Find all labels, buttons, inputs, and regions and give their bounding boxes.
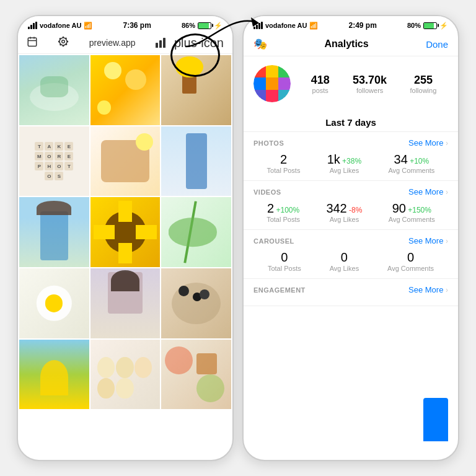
section-title-photos: PHOTOS bbox=[253, 139, 284, 147]
stat-change-videos-0: +100% bbox=[274, 206, 299, 214]
stat-following: 255 following bbox=[410, 74, 437, 94]
avatar-cell-8 bbox=[266, 90, 278, 102]
grid-cell-8[interactable] bbox=[90, 197, 161, 267]
grid-cell-5[interactable] bbox=[90, 126, 161, 196]
analytics-section-engagement: ENGAGEMENTSee More › bbox=[244, 279, 458, 306]
grid-cell-4[interactable]: T A K E M O R E P H O T bbox=[19, 126, 89, 196]
grid-cell-1[interactable] bbox=[19, 55, 89, 125]
followers-label: followers bbox=[353, 87, 387, 94]
right-carrier: vodafone AU 📶 bbox=[253, 22, 318, 30]
section-stat-videos-2: 90 +150%Avg Comments bbox=[389, 201, 435, 223]
period-label: Last 7 days bbox=[244, 111, 458, 132]
battery-fill-left bbox=[198, 23, 209, 29]
svg-rect-0 bbox=[28, 38, 37, 46]
battery-percent-left: 86% bbox=[182, 22, 195, 29]
grid-cell-12[interactable] bbox=[161, 268, 231, 338]
battery-icon-right bbox=[423, 22, 437, 29]
analytics-section-carousel: CAROUSELSee More ›0Total Posts0Avg Likes… bbox=[244, 230, 458, 279]
left-carrier: vodafone AU 📶 bbox=[28, 22, 92, 30]
gear-icon[interactable] bbox=[58, 36, 69, 50]
section-header-photos: PHOTOSSee More › bbox=[253, 138, 448, 148]
stat-val-carousel-0: 0 bbox=[268, 250, 301, 265]
calendar-icon[interactable] bbox=[27, 36, 38, 50]
blue-bar-chart bbox=[423, 398, 448, 441]
right-battery-percent: 80% bbox=[407, 22, 421, 29]
stat-lbl-carousel-0: Total Posts bbox=[268, 265, 301, 272]
mask-icon[interactable]: 🎭 bbox=[253, 37, 267, 51]
charging-icon: ⚡ bbox=[214, 22, 223, 30]
left-nav-title: preview.app bbox=[89, 38, 136, 48]
stat-val-videos-1: 342 -8% bbox=[326, 201, 362, 216]
left-status-bar: vodafone AU 📶 7:36 pm 86% ⚡ bbox=[18, 16, 232, 32]
grid-cell-7[interactable] bbox=[19, 197, 89, 267]
stat-val-photos-2: 34 +10% bbox=[388, 152, 434, 167]
avatar-cell-7 bbox=[253, 90, 266, 102]
grid-cell-9[interactable] bbox=[161, 197, 231, 267]
grid-cell-6[interactable] bbox=[161, 126, 231, 196]
stat-lbl-videos-1: Avg Likes bbox=[326, 216, 362, 223]
see-more-photos[interactable]: See More › bbox=[408, 138, 448, 148]
stat-lbl-photos-2: Avg Comments bbox=[388, 167, 434, 174]
stat-lbl-videos-2: Avg Comments bbox=[389, 216, 435, 223]
stat-followers: 53.70k followers bbox=[353, 74, 387, 94]
battery-icon-left bbox=[198, 22, 211, 29]
see-more-engagement[interactable]: See More › bbox=[408, 285, 448, 294]
done-button[interactable]: Done bbox=[426, 39, 448, 50]
grid-cell-2[interactable] bbox=[90, 55, 161, 125]
stat-change-videos-2: +150% bbox=[406, 206, 431, 214]
section-stat-photos-2: 34 +10%Avg Comments bbox=[388, 152, 434, 174]
grid-cell-3[interactable] bbox=[161, 55, 231, 125]
right-carrier-name: vodafone AU bbox=[265, 22, 307, 29]
section-stat-videos-0: 2 +100%Total Posts bbox=[267, 201, 300, 223]
avatar-cell-4 bbox=[253, 77, 266, 90]
left-nav-bar: preview.app plus-icon bbox=[18, 32, 232, 54]
grid-cell-14[interactable] bbox=[90, 340, 161, 410]
stat-posts: 418 posts bbox=[311, 74, 330, 94]
grid-cell-15[interactable] bbox=[161, 340, 231, 410]
phone-left: vodafone AU 📶 7:36 pm 86% ⚡ bbox=[17, 15, 234, 461]
section-stat-carousel-0: 0Total Posts bbox=[268, 250, 301, 272]
analytics-nav: 🎭 Analytics Done bbox=[244, 32, 458, 56]
stat-change-photos-2: +10% bbox=[408, 157, 429, 165]
stat-lbl-photos-0: Total Posts bbox=[267, 167, 301, 174]
section-title-engagement: ENGAGEMENT bbox=[253, 286, 306, 294]
stat-val-photos-1: 1k +38% bbox=[327, 152, 361, 167]
bar-chart-nav-icon[interactable] bbox=[156, 38, 165, 48]
right-charging-icon: ⚡ bbox=[439, 22, 448, 30]
avatar-grid bbox=[253, 65, 291, 102]
see-more-carousel[interactable]: See More › bbox=[408, 236, 448, 245]
see-more-videos[interactable]: See More › bbox=[408, 187, 448, 196]
profile-avatar bbox=[253, 65, 291, 102]
stat-val-videos-2: 90 +150% bbox=[389, 201, 435, 216]
section-header-engagement: ENGAGEMENTSee More › bbox=[253, 285, 448, 294]
right-wifi-icon: 📶 bbox=[309, 22, 318, 30]
following-label: following bbox=[410, 87, 437, 94]
profile-stats: 418 posts 53.70k followers 255 following bbox=[299, 74, 448, 94]
signal-bars bbox=[28, 22, 37, 29]
avatar-cell-3 bbox=[278, 65, 291, 77]
section-header-carousel: CAROUSELSee More › bbox=[253, 236, 448, 245]
battery-fill-right bbox=[424, 23, 434, 29]
stat-change-videos-1: -8% bbox=[347, 206, 363, 214]
stat-val-videos-0: 2 +100% bbox=[267, 201, 300, 216]
followers-value: 53.70k bbox=[353, 74, 387, 87]
stat-val-photos-0: 2 bbox=[267, 152, 301, 167]
wifi-icon: 📶 bbox=[84, 22, 92, 30]
right-status-bar: vodafone AU 📶 2:49 pm 80% ⚡ bbox=[244, 16, 458, 32]
stat-lbl-carousel-1: Avg Likes bbox=[330, 265, 359, 272]
carrier-name: vodafone AU bbox=[40, 22, 81, 29]
avatar-cell-5 bbox=[266, 77, 278, 90]
avatar-cell-1 bbox=[253, 65, 266, 77]
grid-cell-11[interactable] bbox=[90, 268, 161, 338]
following-value: 255 bbox=[410, 74, 437, 87]
stat-val-carousel-2: 0 bbox=[387, 250, 434, 265]
grid-cell-13[interactable] bbox=[19, 340, 89, 410]
section-stats-carousel: 0Total Posts0Avg Likes0Avg Comments bbox=[253, 250, 448, 272]
section-stat-carousel-1: 0Avg Likes bbox=[330, 250, 359, 272]
plus-nav-icon[interactable]: plus-icon bbox=[174, 37, 224, 49]
posts-label: posts bbox=[311, 87, 330, 94]
grid-cell-10[interactable] bbox=[19, 268, 89, 338]
section-stats-photos: 2Total Posts1k +38%Avg Likes34 +10%Avg C… bbox=[253, 152, 448, 174]
nav-icons-right: plus-icon bbox=[156, 37, 224, 49]
left-status-icons: 86% ⚡ bbox=[182, 22, 223, 30]
